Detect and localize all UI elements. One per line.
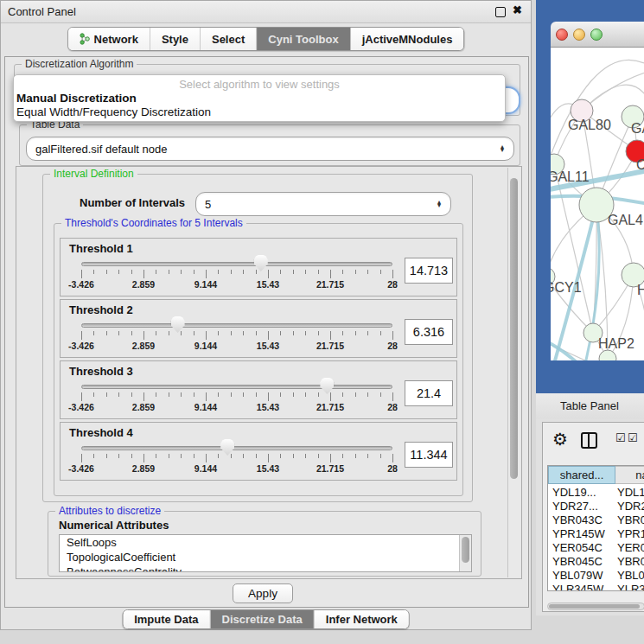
- column-header-shared-name[interactable]: shared...: [548, 466, 615, 484]
- network-node-label: GAL11: [551, 169, 590, 184]
- numerical-attributes-heading: Numerical Attributes: [59, 519, 169, 532]
- checkbox-icon[interactable]: ☑: [628, 432, 638, 444]
- threshold-label: Threshold 1: [69, 242, 133, 255]
- columns-icon[interactable]: [581, 432, 597, 449]
- slider-tick-labels: -3.4262.8599.14415.4321.71528: [81, 402, 392, 412]
- group-title-interval-definition: Interval Definition: [50, 168, 137, 180]
- attribute-item[interactable]: BetweennessCentrality: [60, 564, 471, 572]
- tab-jactivemnodules[interactable]: jActiveMNodules: [351, 28, 464, 50]
- threshold-label: Threshold 2: [69, 303, 133, 316]
- column-header-name[interactable]: name: [615, 466, 644, 484]
- network-canvas[interactable]: GAL80GACGAL11GAL4GCY1HHAP2: [551, 48, 644, 360]
- table-row[interactable]: YER054CYER0: [548, 541, 644, 555]
- shared-name-cell: YDL19...: [552, 486, 596, 499]
- attribute-item[interactable]: TopologicalCoefficient: [60, 550, 471, 564]
- gear-icon[interactable]: ⚙: [552, 430, 568, 448]
- tab-label: Impute Data: [134, 613, 198, 626]
- attributes-scrollbar[interactable]: [459, 535, 471, 571]
- table-row[interactable]: YDL19...YDL1: [548, 486, 644, 500]
- network-node-label: GAL4: [608, 213, 643, 227]
- table-data-combobox[interactable]: galFiltered.sif default node ▴▾: [26, 137, 514, 161]
- table-row[interactable]: YLR345WYLR3: [548, 583, 644, 591]
- checkbox-icon[interactable]: ☑: [615, 432, 626, 444]
- threshold-label: Threshold 4: [69, 426, 133, 439]
- threshold-value-field[interactable]: 11.344: [405, 442, 453, 468]
- tab-select[interactable]: Select: [201, 28, 257, 50]
- slider-track[interactable]: [81, 262, 392, 266]
- threshold-label: Threshold 3: [69, 365, 133, 378]
- tab-label: Infer Network: [326, 613, 398, 626]
- shared-name-cell: YBR045C: [552, 555, 603, 568]
- network-graph: GAL80GACGAL11GAL4GCY1HHAP2: [551, 48, 644, 360]
- threshold-box: Threshold 1-3.4262.8599.14415.4321.71528…: [60, 238, 457, 296]
- name-cell: YDR2: [617, 500, 644, 513]
- slider-track[interactable]: [81, 323, 392, 328]
- attributes-group: Attributes to discretize Numerical Attri…: [48, 511, 481, 577]
- interval-definition-group: Interval Definition Number of Intervals …: [42, 174, 473, 502]
- slider-ticks: [81, 392, 392, 402]
- table-row[interactable]: YBL079WYBL0: [548, 569, 644, 583]
- algorithm-option[interactable]: Manual Discretization: [16, 92, 137, 105]
- close-traffic-light[interactable]: [556, 29, 568, 41]
- panel-scrollbar[interactable]: [507, 168, 520, 577]
- network-node-label: HAP2: [598, 336, 634, 351]
- table-row[interactable]: YDR27...YDR2: [548, 500, 644, 513]
- threshold-value-field[interactable]: 21.4: [405, 380, 453, 406]
- network-node-label: C: [636, 157, 644, 172]
- slider-tick-labels: -3.4262.8599.14415.4321.71528: [81, 341, 392, 351]
- table-row[interactable]: YPR145WYPR1: [548, 527, 644, 541]
- attribute-item[interactable]: SelfLoops: [60, 535, 471, 550]
- tab-infer-network[interactable]: Infer Network: [315, 610, 409, 628]
- tab-label: jActiveMNodules: [362, 33, 453, 46]
- slider-track[interactable]: [81, 385, 392, 389]
- close-icon[interactable]: ✖: [513, 3, 522, 16]
- network-window-titlebar[interactable]: [551, 22, 644, 48]
- tab-network[interactable]: Network: [68, 28, 150, 50]
- table-horizontal-scrollbar[interactable]: [547, 603, 644, 610]
- network-node[interactable]: [599, 350, 616, 360]
- slider-track[interactable]: [81, 446, 392, 450]
- table-row[interactable]: YBR043CYBR0: [548, 513, 644, 527]
- threshold-value-field[interactable]: 6.316: [405, 319, 453, 345]
- apply-button[interactable]: Apply: [233, 583, 293, 603]
- name-cell: YDL1: [617, 486, 644, 499]
- network-view-window: GAL80GACGAL11GAL4GCY1HHAP2: [536, 0, 644, 393]
- float-window-icon[interactable]: [495, 7, 506, 17]
- number-of-intervals-label: Number of Intervals: [80, 196, 185, 209]
- algorithm-popup-hint: Select algorithm to view settings: [14, 78, 505, 91]
- shared-name-cell: YBR043C: [552, 513, 603, 526]
- network-node-label: GAL80: [568, 118, 611, 132]
- tab-style[interactable]: Style: [150, 28, 201, 50]
- algorithm-option[interactable]: Equal Width/Frequency Discretization: [16, 105, 211, 118]
- slider-tick-labels: -3.4262.8599.14415.4321.71528: [81, 279, 392, 290]
- tab-label: Network: [94, 33, 138, 46]
- minimize-traffic-light[interactable]: [573, 29, 585, 41]
- threshold-value-field[interactable]: 14.713: [405, 258, 453, 284]
- thresholds-group: Threshold's Coordinates for 5 Intervals …: [54, 223, 463, 496]
- table-panel-titlebar: Table Panel: [536, 393, 644, 420]
- shared-name-cell: YPR145W: [552, 527, 605, 540]
- combo-stepper-icon: ▴▾: [494, 145, 513, 152]
- tab-discretize-data[interactable]: Discretize Data: [211, 610, 315, 628]
- shared-name-cell: YDR27...: [552, 500, 598, 513]
- tab-label: Select: [212, 33, 245, 46]
- window-title: Control Panel: [8, 5, 76, 18]
- tab-label: Discretize Data: [222, 613, 303, 626]
- tab-label: Style: [162, 33, 188, 46]
- node-attribute-table[interactable]: shared... name YDL19...YDL1YDR27...YDR2Y…: [547, 465, 644, 591]
- slider-ticks: [81, 454, 392, 463]
- tab-cyni-toolbox[interactable]: Cyni Toolbox: [257, 28, 350, 50]
- network-node-label: H: [637, 283, 644, 297]
- group-title-thresholds: Threshold's Coordinates for 5 Intervals: [61, 217, 246, 229]
- numerical-attributes-list[interactable]: SelfLoopsTopologicalCoefficientBetweenne…: [59, 534, 472, 572]
- algorithm-dropdown-popup: Select algorithm to view settings Manual…: [13, 74, 506, 122]
- name-cell: YBR0: [617, 555, 644, 568]
- control-panel-titlebar: Control Panel ✖: [1, 1, 531, 23]
- network-icon: [80, 33, 90, 45]
- table-row[interactable]: YBR045CYBR0: [548, 555, 644, 569]
- tab-impute-data[interactable]: Impute Data: [123, 610, 210, 628]
- zoom-traffic-light[interactable]: [590, 29, 603, 41]
- number-of-intervals-combobox[interactable]: 5 ▴▾: [195, 192, 451, 216]
- name-cell: YER0: [617, 541, 644, 554]
- number-of-intervals-value: 5: [196, 198, 431, 211]
